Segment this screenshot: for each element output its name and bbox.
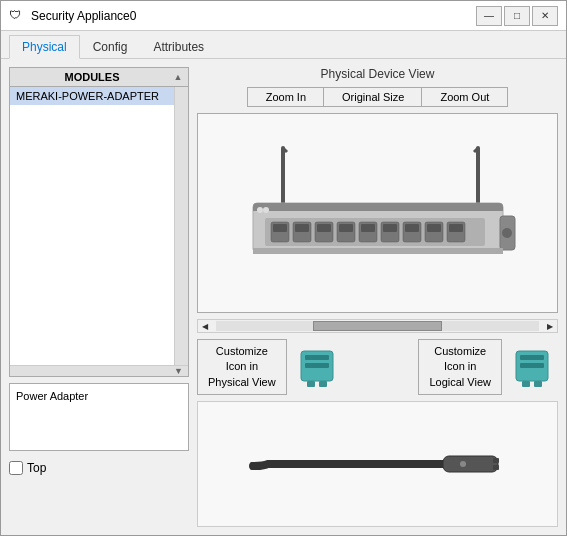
- physical-preview-svg: [293, 343, 341, 391]
- tab-physical[interactable]: Physical: [9, 35, 80, 59]
- zoom-in-button[interactable]: Zoom In: [247, 87, 325, 107]
- original-size-button[interactable]: Original Size: [323, 87, 423, 107]
- svg-rect-40: [534, 381, 542, 387]
- description-box: Power Adapter: [9, 383, 189, 451]
- svg-rect-34: [307, 381, 315, 387]
- modules-scrollbar[interactable]: [174, 87, 188, 365]
- tab-bar: Physical Config Attributes: [1, 31, 566, 59]
- modules-list: MERAKI-POWER-ADAPTER: [10, 87, 174, 365]
- main-window: 🛡 Security Appliance0 — □ ✕ Physical Con…: [0, 0, 567, 536]
- maximize-button[interactable]: □: [504, 6, 530, 26]
- customize-logical-button[interactable]: CustomizeIcon inLogical View: [418, 339, 502, 395]
- svg-rect-45: [493, 465, 499, 470]
- svg-rect-35: [319, 381, 327, 387]
- scroll-left-arrow[interactable]: ◀: [198, 319, 212, 333]
- svg-rect-17: [273, 224, 287, 232]
- zoom-out-button[interactable]: Zoom Out: [421, 87, 508, 107]
- zoom-controls: Zoom In Original Size Zoom Out: [197, 87, 558, 107]
- svg-rect-21: [361, 224, 375, 232]
- svg-point-43: [460, 461, 466, 467]
- scroll-right-arrow[interactable]: ▶: [543, 319, 557, 333]
- router-visual: [198, 114, 557, 312]
- scrollbar-thumb[interactable]: [313, 321, 442, 331]
- svg-rect-25: [449, 224, 463, 232]
- svg-rect-37: [520, 355, 544, 360]
- modules-header-label: MODULES: [13, 71, 171, 83]
- customize-row: CustomizeIcon inPhysical View: [197, 339, 558, 395]
- svg-rect-32: [305, 355, 329, 360]
- description-text: Power Adapter: [16, 390, 88, 402]
- tab-attributes[interactable]: Attributes: [140, 35, 217, 59]
- module-item-meraki[interactable]: MERAKI-POWER-ADAPTER: [10, 87, 174, 105]
- logical-icon-preview: [506, 341, 558, 393]
- physical-icon-preview: [291, 341, 343, 393]
- tab-config[interactable]: Config: [80, 35, 141, 59]
- svg-point-27: [502, 228, 512, 238]
- logical-preview-svg: [508, 343, 556, 391]
- svg-rect-39: [522, 381, 530, 387]
- svg-rect-24: [427, 224, 441, 232]
- svg-rect-33: [305, 363, 329, 368]
- svg-point-28: [257, 207, 263, 213]
- customize-logical-group: CustomizeIcon inLogical View: [418, 339, 558, 395]
- modules-header: MODULES ▲: [10, 68, 188, 87]
- scrollbar-track[interactable]: [216, 321, 539, 331]
- top-checkbox-row: Top: [9, 457, 189, 479]
- window-icon: 🛡: [9, 8, 25, 24]
- close-button[interactable]: ✕: [532, 6, 558, 26]
- customize-physical-button[interactable]: CustomizeIcon inPhysical View: [197, 339, 287, 395]
- svg-rect-42: [250, 462, 262, 470]
- svg-rect-44: [493, 458, 499, 463]
- power-adapter-svg: [243, 444, 513, 484]
- svg-rect-23: [405, 224, 419, 232]
- title-bar: 🛡 Security Appliance0 — □ ✕: [1, 1, 566, 31]
- top-checkbox-label: Top: [27, 461, 46, 475]
- scroll-down-btn[interactable]: ▼: [174, 366, 188, 376]
- device-view[interactable]: [197, 113, 558, 313]
- left-panel: MODULES ▲ MERAKI-POWER-ADAPTER ▼ Power A…: [9, 67, 189, 527]
- svg-rect-22: [383, 224, 397, 232]
- modules-box: MODULES ▲ MERAKI-POWER-ADAPTER ▼: [9, 67, 189, 377]
- svg-rect-18: [295, 224, 309, 232]
- svg-rect-19: [317, 224, 331, 232]
- scroll-up-btn[interactable]: ▲: [171, 72, 185, 82]
- minimize-button[interactable]: —: [476, 6, 502, 26]
- window-title: Security Appliance0: [31, 9, 476, 23]
- physical-device-label: Physical Device View: [197, 67, 558, 81]
- main-content: MODULES ▲ MERAKI-POWER-ADAPTER ▼ Power A…: [1, 59, 566, 535]
- customize-physical-group: CustomizeIcon inPhysical View: [197, 339, 343, 395]
- power-adapter-preview: [197, 401, 558, 527]
- appliance-svg: [223, 128, 533, 298]
- right-panel: Physical Device View Zoom In Original Si…: [197, 67, 558, 527]
- svg-point-29: [263, 207, 269, 213]
- horizontal-scrollbar[interactable]: ◀ ▶: [197, 319, 558, 333]
- svg-rect-20: [339, 224, 353, 232]
- svg-rect-41: [443, 456, 498, 472]
- svg-rect-30: [253, 248, 503, 254]
- svg-rect-38: [520, 363, 544, 368]
- svg-rect-6: [253, 207, 503, 211]
- window-controls: — □ ✕: [476, 6, 558, 26]
- top-checkbox[interactable]: [9, 461, 23, 475]
